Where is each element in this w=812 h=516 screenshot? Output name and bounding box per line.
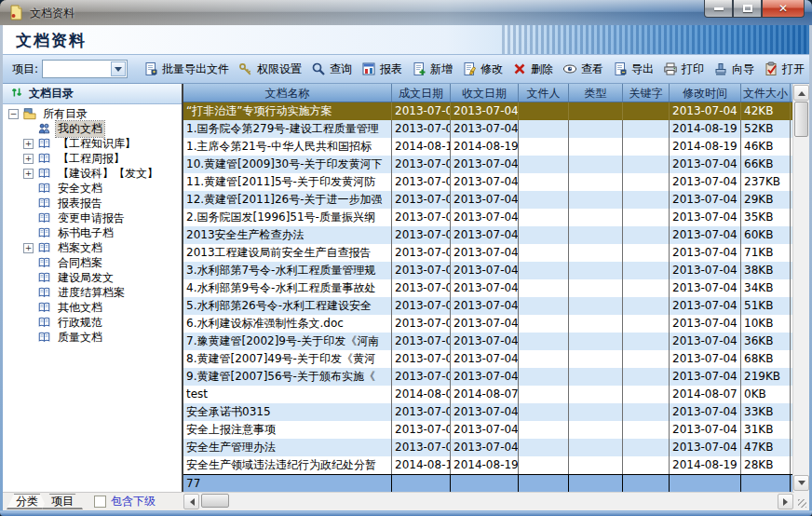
table-row[interactable]: 2.国务院国发[1996]51号-质量振兴纲2013-07-042013-07-… bbox=[183, 209, 792, 226]
horizontal-scrollbar[interactable] bbox=[183, 492, 794, 510]
table-cell: 10KB bbox=[741, 315, 791, 333]
column-header-类型[interactable]: 类型 bbox=[569, 84, 623, 102]
delete-button[interactable]: 删除 bbox=[508, 60, 558, 79]
wizard-button[interactable]: 向导 bbox=[709, 60, 759, 79]
query-button[interactable]: 查询 bbox=[306, 60, 357, 79]
table-cell: 2013-07-04 bbox=[670, 191, 741, 209]
count-row-cell bbox=[451, 475, 519, 492]
tab-category[interactable]: 分类 bbox=[7, 494, 47, 509]
table-row[interactable]: 2013安全生产检查办法2013-07-042013-07-042013-07-… bbox=[183, 226, 792, 244]
view-label: 查看 bbox=[581, 61, 603, 77]
table-cell: 6.水利建设标准强制性条文.doc bbox=[183, 315, 392, 333]
table-cell bbox=[623, 120, 670, 138]
tree-item-档案文档[interactable]: +档案文档 bbox=[3, 240, 182, 255]
scroll-down-button[interactable] bbox=[793, 475, 809, 491]
batch-export-button[interactable]: 批量导出文件 bbox=[139, 60, 234, 79]
table-row[interactable]: 1.国务院令第279号-建设工程质量管理2013-07-042013-07-04… bbox=[183, 120, 792, 138]
tab-project[interactable]: 项目 bbox=[42, 494, 83, 509]
table-row[interactable]: 1.主席令第21号-中华人民共和国招标2014-08-192014-08-192… bbox=[183, 138, 792, 156]
horizontal-scroll-thumb[interactable] bbox=[201, 494, 229, 508]
column-header-文档名称[interactable]: 文档名称 bbox=[183, 84, 392, 102]
tree-item-建设局发文[interactable]: 建设局发文 bbox=[3, 270, 182, 285]
tree-item-报表报告[interactable]: 报表报告 bbox=[3, 196, 182, 210]
edit-button[interactable]: 修改 bbox=[457, 60, 508, 79]
table-row[interactable]: test2014-08-072014-08-072014-08-070KB bbox=[183, 386, 792, 403]
tree-item-label: 【建设科】【发文】 bbox=[56, 166, 160, 182]
tree-item-我的文档[interactable]: 我的文档 bbox=[3, 121, 182, 136]
tree-item-合同档案[interactable]: 合同档案 bbox=[3, 255, 182, 270]
sync-icon[interactable] bbox=[10, 86, 23, 102]
table-row[interactable]: 9.黄建管[2007]56号-关于颁布实施《2013-07-042013-07-… bbox=[183, 368, 792, 386]
tree-item-质量文档[interactable]: 质量文档 bbox=[3, 330, 182, 345]
expand-plus-icon[interactable]: + bbox=[23, 154, 34, 164]
tree-item-【建设科】【发文】[interactable]: +【建设科】【发文】 bbox=[3, 166, 182, 181]
chevron-down-icon[interactable] bbox=[111, 61, 126, 76]
vertical-scrollbar[interactable] bbox=[792, 84, 809, 492]
expand-plus-icon[interactable]: + bbox=[23, 243, 34, 253]
table-row[interactable]: 2013工程建设局前安全生产自查报告2013-07-042013-07-0420… bbox=[183, 244, 792, 262]
table-cell: 2013-07-04 bbox=[670, 315, 741, 333]
scroll-up-button[interactable] bbox=[793, 85, 809, 101]
table-cell bbox=[519, 226, 569, 244]
permissions-button[interactable]: 权限设置 bbox=[234, 60, 306, 79]
table-row[interactable]: 6.水利建设标准强制性条文.doc2013-07-042013-07-04201… bbox=[183, 315, 792, 333]
table-row[interactable]: 4.水利部第9号令-水利工程质量事故处2013-07-042013-07-042… bbox=[183, 279, 792, 297]
table-row[interactable]: 5.水利部第26号令-水利工程建设安全2013-07-042013-07-042… bbox=[183, 297, 792, 315]
tree-item-【工程知识库】[interactable]: +【工程知识库】 bbox=[3, 136, 182, 151]
close-button[interactable]: ✕ bbox=[762, 0, 805, 18]
column-header-收文日期[interactable]: 收文日期 bbox=[451, 84, 519, 102]
report-button[interactable]: 报表 bbox=[357, 60, 407, 79]
table-row[interactable]: 12.黄建管[2011]26号-关于进一步加强2013-07-042013-07… bbox=[183, 191, 792, 209]
open-button[interactable]: 打开 bbox=[759, 60, 809, 79]
tree-item-行政规范[interactable]: 行政规范 bbox=[3, 315, 182, 330]
table-row[interactable]: 8.黄建管[2007]49号-关于印发《黄河2013-07-042013-07-… bbox=[183, 350, 792, 368]
tree-item-标书电子档[interactable]: 标书电子档 bbox=[3, 225, 182, 240]
table-cell: 42KB bbox=[741, 102, 791, 120]
print-button[interactable]: 打印 bbox=[658, 60, 709, 79]
column-header-成文日期[interactable]: 成文日期 bbox=[392, 84, 451, 102]
view-button[interactable]: 查看 bbox=[558, 60, 608, 79]
column-header-关键字[interactable]: 关键字 bbox=[623, 84, 670, 102]
export-button[interactable]: 导出 bbox=[608, 60, 658, 79]
scroll-right-button[interactable] bbox=[778, 494, 793, 509]
table-cell bbox=[569, 315, 623, 333]
expand-plus-icon[interactable]: + bbox=[23, 139, 34, 149]
table-row[interactable]: 11.黄建管[2011]5号-关于印发黄河防2013-07-042013-07-… bbox=[183, 173, 792, 191]
tree-item-其他文档[interactable]: 其他文档 bbox=[3, 300, 182, 315]
table-cell: 46KB bbox=[741, 138, 791, 156]
tree-item-变更申请报告[interactable]: 变更申请报告 bbox=[3, 210, 182, 225]
scroll-left-button[interactable] bbox=[183, 494, 199, 509]
expand-plus-icon[interactable]: + bbox=[23, 169, 34, 179]
column-header-文件大小[interactable]: 文件大小 bbox=[741, 84, 791, 102]
vertical-scroll-thumb[interactable] bbox=[794, 102, 808, 137]
table-row[interactable]: 10.黄建管[2009]30号-关于印发黄河下2013-07-042013-07… bbox=[183, 156, 792, 173]
table-row[interactable]: 3.水利部第7号令-水利工程质量管理规2013-07-042013-07-042… bbox=[183, 262, 792, 279]
project-combobox[interactable] bbox=[42, 60, 128, 78]
tree-item-【工程周报】[interactable]: +【工程周报】 bbox=[3, 151, 182, 166]
table-row[interactable]: “打非治违”专项行动实施方案2013-07-042013-07-042013-0… bbox=[183, 102, 792, 120]
collapse-minus-icon[interactable]: − bbox=[8, 109, 19, 119]
table-cell bbox=[519, 386, 569, 403]
add-button[interactable]: 新增 bbox=[407, 60, 457, 79]
table-cell bbox=[623, 297, 670, 315]
table-row[interactable]: 安全上报注意事项2013-07-042013-07-042013-07-0431… bbox=[183, 421, 792, 439]
tree-item-所有目录[interactable]: −所有目录 bbox=[3, 106, 182, 121]
column-header-修改时间[interactable]: 修改时间 bbox=[670, 84, 741, 102]
table-cell bbox=[569, 439, 623, 456]
table-row[interactable]: 安全生产管理办法2013-07-042013-07-042013-07-0447… bbox=[183, 439, 792, 456]
include-sub-checkbox[interactable] bbox=[94, 496, 106, 508]
column-header-文件人[interactable]: 文件人 bbox=[519, 84, 569, 102]
resize-grip[interactable] bbox=[794, 492, 809, 510]
window-frame-bottom bbox=[0, 510, 812, 516]
book-icon bbox=[36, 226, 52, 239]
tree-item-进度结算档案[interactable]: 进度结算档案 bbox=[3, 285, 182, 300]
table-row[interactable]: 7.豫黄建管[2002]9号-关于印发《河南2013-07-042013-07-… bbox=[183, 333, 792, 350]
doc-new-icon bbox=[412, 61, 426, 76]
tree-item-安全文档[interactable]: 安全文档 bbox=[3, 181, 182, 196]
maximize-button[interactable] bbox=[733, 0, 762, 18]
table-cell bbox=[623, 368, 670, 386]
book-icon bbox=[36, 271, 52, 284]
minimize-button[interactable] bbox=[704, 0, 733, 18]
table-row[interactable]: 安全承诺书03152013-07-042013-07-042013-07-043… bbox=[183, 403, 792, 421]
table-row[interactable]: 安全生产领域违法违纪行为政纪处分暂2014-08-192014-08-19201… bbox=[183, 456, 792, 474]
